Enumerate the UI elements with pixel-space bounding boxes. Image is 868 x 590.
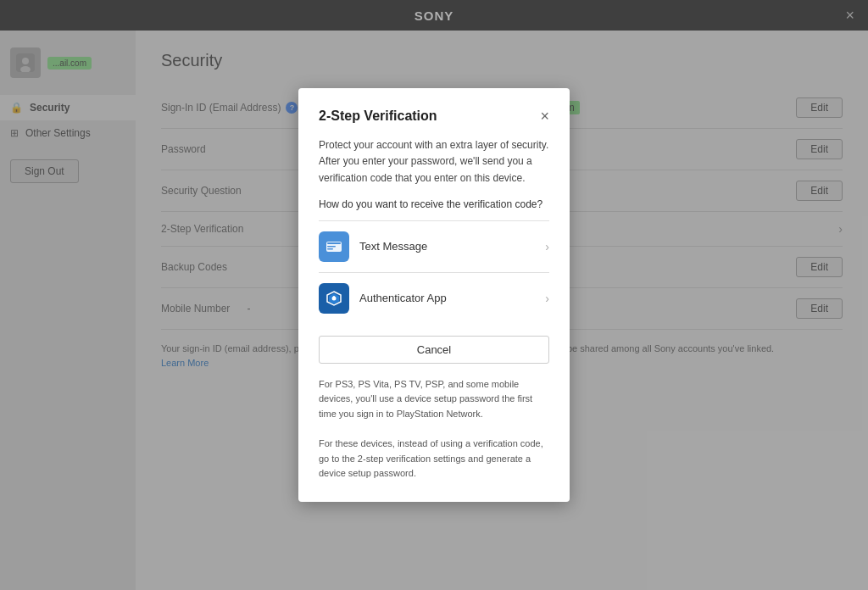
svg-rect-10 (333, 296, 335, 298)
authenticator-label: Authenticator App (359, 292, 447, 304)
option-text-message[interactable]: Text Message › (319, 220, 549, 272)
svg-rect-4 (327, 242, 341, 244)
svg-rect-5 (327, 246, 336, 248)
modal-2step: 2-Step Verification × Protect your accou… (298, 88, 570, 502)
modal-header: 2-Step Verification × (319, 109, 549, 124)
modal-close-button[interactable]: × (540, 109, 549, 124)
option-authenticator[interactable]: Authenticator App › (319, 272, 549, 324)
modal-overlay: 2-Step Verification × Protect your accou… (0, 0, 868, 590)
text-message-chevron: › (545, 240, 549, 253)
modal-description: Protect your account with an extra layer… (319, 137, 549, 186)
authenticator-icon (319, 283, 349, 314)
modal-title: 2-Step Verification (319, 109, 437, 124)
modal-question: How do you want to receive the verificat… (319, 198, 549, 210)
modal-footer: For PS3, PS Vita, PS TV, PSP, and some m… (319, 377, 549, 481)
cancel-button[interactable]: Cancel (319, 336, 549, 364)
message-icon (319, 231, 349, 262)
svg-rect-6 (327, 248, 333, 250)
authenticator-chevron: › (545, 292, 549, 305)
text-message-label: Text Message (359, 240, 427, 253)
